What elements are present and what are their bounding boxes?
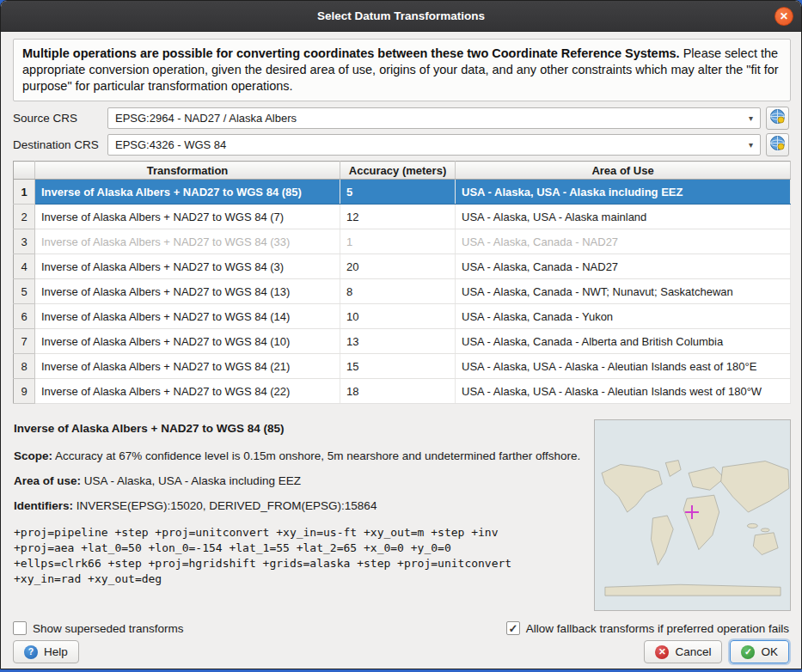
row-number[interactable]: 2 — [14, 205, 35, 229]
area-of-use-text: USA - Alaska, USA - Alaska including EEZ — [81, 474, 301, 487]
source-crs-picker-button[interactable] — [766, 107, 789, 130]
allow-fallback-option[interactable]: ✓ Allow fallback transforms if preferred… — [506, 620, 789, 636]
cell-transformation[interactable]: Inverse of Alaska Albers + NAD27 to WGS … — [35, 229, 340, 254]
cell-transformation[interactable]: Inverse of Alaska Albers + NAD27 to WGS … — [35, 180, 340, 205]
row-number[interactable]: 5 — [14, 279, 35, 304]
source-crs-label: Source CRS — [13, 112, 107, 125]
table-row[interactable]: 1Inverse of Alaska Albers + NAD27 to WGS… — [14, 180, 791, 205]
intro-bold-text: Multiple operations are possible for con… — [22, 46, 680, 60]
cell-accuracy[interactable]: 10 — [340, 304, 456, 329]
show-superseded-checkbox[interactable]: ✓ — [13, 621, 27, 635]
chevron-down-icon: ▾ — [749, 140, 753, 150]
column-header-transformation[interactable]: Transformation — [35, 162, 340, 180]
cell-area[interactable]: USA - Alaska, Canada - NAD27 — [456, 254, 791, 279]
table-row[interactable]: 3Inverse of Alaska Albers + NAD27 to WGS… — [14, 229, 791, 254]
cell-accuracy[interactable]: 20 — [340, 254, 456, 279]
table-row[interactable]: 2Inverse of Alaska Albers + NAD27 to WGS… — [14, 205, 791, 229]
row-number[interactable]: 4 — [14, 254, 35, 279]
world-map — [595, 420, 790, 610]
cell-area[interactable]: USA - Alaska, Canada - Alberta and Briti… — [456, 329, 791, 354]
row-number[interactable]: 9 — [14, 379, 35, 404]
cell-area[interactable]: USA - Alaska, Canada - NAD27 — [456, 229, 791, 254]
source-crs-row: Source CRS EPSG:2964 - NAD27 / Alaska Al… — [13, 107, 789, 129]
show-superseded-label: Show superseded transforms — [33, 622, 184, 635]
column-header-area[interactable]: Area of Use — [456, 162, 791, 180]
details-panel: Inverse of Alaska Albers + NAD27 to WGS … — [14, 421, 585, 587]
identifiers-label: Identifiers: — [14, 499, 73, 512]
cell-area[interactable]: USA - Alaska, USA - Alaska including EEZ — [456, 180, 791, 205]
dialog-button-row: ✕ Cancel ✓ OK — [644, 640, 789, 663]
cell-transformation[interactable]: Inverse of Alaska Albers + NAD27 to WGS … — [35, 354, 340, 379]
cell-accuracy[interactable]: 12 — [340, 205, 456, 229]
row-number[interactable]: 6 — [14, 304, 35, 329]
row-number[interactable]: 7 — [14, 329, 35, 354]
ok-button-label: OK — [761, 645, 778, 658]
identifiers-text: INVERSE(EPSG):15020, DERIVED_FROM(EPSG):… — [73, 499, 377, 512]
area-of-use-label: Area of use: — [14, 474, 81, 487]
cell-accuracy[interactable]: 13 — [340, 329, 456, 354]
cancel-button[interactable]: ✕ Cancel — [644, 640, 722, 663]
cell-area[interactable]: USA - Alaska, Canada - Yukon — [456, 304, 791, 329]
table-row[interactable]: 9Inverse of Alaska Albers + NAD27 to WGS… — [14, 379, 791, 404]
table-row[interactable]: 5Inverse of Alaska Albers + NAD27 to WGS… — [14, 279, 791, 304]
help-button[interactable]: ? Help — [13, 640, 79, 663]
cell-accuracy[interactable]: 18 — [340, 379, 456, 404]
proj-string: +proj=pipeline +step +proj=unitconvert +… — [14, 525, 585, 587]
table-row[interactable]: 4Inverse of Alaska Albers + NAD27 to WGS… — [14, 254, 791, 279]
row-number[interactable]: 1 — [14, 180, 35, 205]
cell-transformation[interactable]: Inverse of Alaska Albers + NAD27 to WGS … — [35, 379, 340, 404]
crs-picker-icon — [769, 135, 786, 154]
source-crs-value: EPSG:2964 - NAD27 / Alaska Albers — [115, 112, 297, 125]
cell-accuracy[interactable]: 1 — [340, 229, 456, 254]
area-of-use-map — [594, 419, 791, 611]
help-button-label: Help — [44, 645, 68, 658]
column-header-accuracy[interactable]: Accuracy (meters) — [340, 162, 456, 180]
row-number[interactable]: 3 — [14, 229, 35, 254]
intro-box: Multiple operations are possible for con… — [13, 39, 791, 101]
table-row[interactable]: 8Inverse of Alaska Albers + NAD27 to WGS… — [14, 354, 791, 379]
table-row[interactable]: 6Inverse of Alaska Albers + NAD27 to WGS… — [14, 304, 791, 329]
destination-crs-row: Destination CRS EPSG:4326 - WGS 84 ▾ — [13, 133, 789, 156]
crs-picker-icon — [769, 108, 786, 127]
show-superseded-option[interactable]: ✓ Show superseded transforms — [13, 620, 184, 636]
identifiers-line: Identifiers: INVERSE(EPSG):15020, DERIVE… — [14, 498, 585, 513]
window-title: Select Datum Transformations — [317, 9, 485, 22]
table-row[interactable]: 7Inverse of Alaska Albers + NAD27 to WGS… — [14, 329, 791, 354]
allow-fallback-label: Allow fallback transforms if preferred o… — [526, 622, 789, 635]
ok-icon: ✓ — [741, 645, 755, 659]
cell-accuracy[interactable]: 15 — [340, 354, 456, 379]
selected-transform-title: Inverse of Alaska Albers + NAD27 to WGS … — [14, 421, 585, 436]
cell-area[interactable]: USA - Alaska, USA - Alaska - Aleutian Is… — [456, 354, 791, 379]
ok-button[interactable]: ✓ OK — [730, 640, 789, 663]
close-button[interactable]: ✕ — [774, 7, 793, 26]
cell-area[interactable]: USA - Alaska, Canada - NWT; Nunavut; Sas… — [456, 279, 791, 304]
cell-transformation[interactable]: Inverse of Alaska Albers + NAD27 to WGS … — [35, 254, 340, 279]
transformations-table: Transformation Accuracy (meters) Area of… — [13, 161, 791, 404]
cell-accuracy[interactable]: 8 — [340, 279, 456, 304]
cell-transformation[interactable]: Inverse of Alaska Albers + NAD27 to WGS … — [35, 205, 340, 229]
check-icon: ✓ — [508, 623, 517, 634]
allow-fallback-checkbox[interactable]: ✓ — [506, 621, 520, 635]
cell-transformation[interactable]: Inverse of Alaska Albers + NAD27 to WGS … — [35, 279, 340, 304]
select-datum-transformations-dialog: Select Datum Transformations ✕ Multiple … — [0, 0, 802, 669]
row-number[interactable]: 8 — [14, 354, 35, 379]
area-of-use-line: Area of use: USA - Alaska, USA - Alaska … — [14, 473, 585, 488]
transform-table-body: 1Inverse of Alaska Albers + NAD27 to WGS… — [14, 180, 791, 404]
cell-transformation[interactable]: Inverse of Alaska Albers + NAD27 to WGS … — [35, 304, 340, 329]
help-icon: ? — [24, 645, 38, 659]
cancel-icon: ✕ — [655, 645, 669, 659]
destination-crs-combo[interactable]: EPSG:4326 - WGS 84 ▾ — [107, 134, 761, 156]
scope-text: Accuracy at 67% confidence level is 0.15… — [52, 449, 580, 462]
cell-area[interactable]: USA - Alaska, USA - Alaska mainland — [456, 205, 791, 229]
cell-area[interactable]: USA - Alaska, USA - Alaska - Aleutian Is… — [456, 379, 791, 404]
cancel-button-label: Cancel — [675, 645, 711, 658]
scope-line: Scope: Accuracy at 67% confidence level … — [14, 449, 585, 463]
source-crs-combo[interactable]: EPSG:2964 - NAD27 / Alaska Albers ▾ — [107, 107, 761, 129]
cell-transformation[interactable]: Inverse of Alaska Albers + NAD27 to WGS … — [35, 329, 340, 354]
scope-label: Scope: — [14, 449, 52, 462]
cell-accuracy[interactable]: 5 — [340, 180, 456, 205]
row-number-header — [14, 162, 35, 180]
titlebar[interactable]: Select Datum Transformations ✕ — [1, 1, 801, 32]
close-icon: ✕ — [780, 11, 788, 21]
destination-crs-picker-button[interactable] — [766, 133, 789, 156]
